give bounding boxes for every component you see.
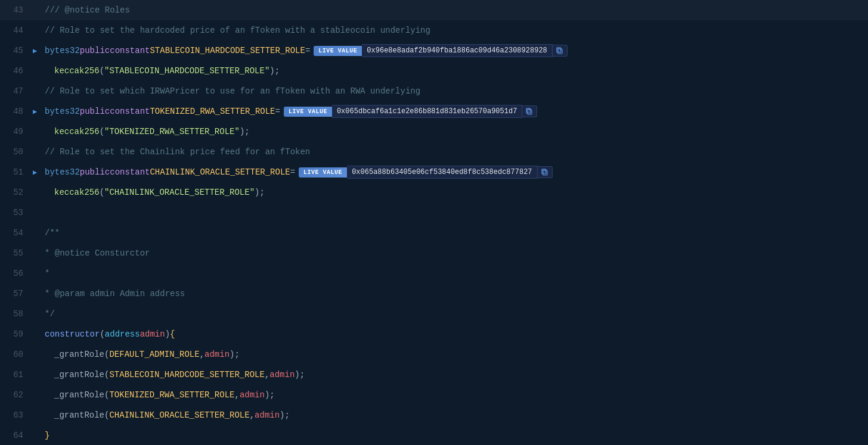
token-comment: */ <box>45 309 55 319</box>
line-content: keccak256("TOKENIZED_RWA_SETTER_ROLE"); <box>42 127 868 136</box>
code-line: 51▶bytes32 public constant CHAINLINK_ORA… <box>0 162 868 182</box>
code-line: 49keccak256("TOKENIZED_RWA_SETTER_ROLE")… <box>0 122 868 142</box>
live-value-badge: LIVE VALUE <box>284 107 332 117</box>
line-number: 56 <box>0 269 33 278</box>
token-punct: ( <box>100 127 104 136</box>
token-punct: ); <box>255 188 265 197</box>
line-number: 52 <box>0 188 33 197</box>
token-param: admin <box>240 390 265 400</box>
line-content: * <box>42 269 868 278</box>
token-comment: * <box>45 269 49 278</box>
token-role: DEFAULT_ADMIN_ROLE <box>109 350 199 359</box>
line-number: 45 <box>0 46 33 55</box>
line-number: 62 <box>0 390 33 400</box>
code-line: 59constructor(address admin) { <box>0 324 868 344</box>
code-line: 54/** <box>0 223 868 243</box>
token-plain: = <box>275 107 280 116</box>
live-value-container: LIVE VALUE0x065dbcaf6a1c1e2e86b881d831eb… <box>284 105 537 118</box>
line-content: */ <box>42 309 868 319</box>
token-grant: _grantRole <box>54 390 104 400</box>
token-constructor: constructor <box>45 329 100 339</box>
line-number: 60 <box>0 350 33 359</box>
line-number: 46 <box>0 66 33 76</box>
code-line: 58 */ <box>0 304 868 324</box>
token-plain: = <box>290 167 295 177</box>
token-role: STABLECOIN_HARDCODE_SETTER_ROLE <box>150 46 305 55</box>
line-content: keccak256("CHAINLINK_ORACLE_SETTER_ROLE"… <box>42 188 868 197</box>
token-punct: ( <box>100 329 104 339</box>
line-content: /** <box>42 228 868 238</box>
line-content: _grantRole(DEFAULT_ADMIN_ROLE, admin); <box>42 350 868 359</box>
code-line: 62_grantRole(TOKENIZED_RWA_SETTER_ROLE, … <box>0 385 868 405</box>
line-number: 43 <box>0 5 33 15</box>
token-punct: ( <box>100 188 104 197</box>
code-line: 57 * @param admin Admin address <box>0 284 868 304</box>
token-modifier: constant <box>110 167 150 177</box>
token-string: "CHAINLINK_ORACLE_SETTER_ROLE" <box>104 188 255 197</box>
code-line: 56 * <box>0 263 868 284</box>
token-punct: , <box>250 410 255 420</box>
token-comment: /** <box>45 228 60 238</box>
line-content: /// @notice Roles <box>42 5 868 15</box>
live-value-container: LIVE VALUE0x065a88b63405e06cf53840ed8f8c… <box>299 166 552 179</box>
token-keccak: keccak256 <box>54 127 100 136</box>
token-punct: ); <box>265 390 275 400</box>
token-punct: ( <box>104 370 109 379</box>
token-modifier: constant <box>110 46 150 55</box>
token-punct: , <box>200 350 204 359</box>
token-address: address <box>105 329 140 339</box>
token-punct: , <box>265 370 269 379</box>
live-value-container: LIVE VALUE0x96e8e8adaf2b940fba1886ac09d4… <box>314 44 567 57</box>
line-content: bytes32 public constant CHAINLINK_ORACLE… <box>42 166 868 179</box>
token-brace: { <box>170 329 175 339</box>
line-number: 64 <box>0 431 33 440</box>
token-type: bytes32 <box>45 167 80 177</box>
token-comment: /// @notice Roles <box>45 5 130 15</box>
live-value-text: 0x065dbcaf6a1c1e2e86b881d831eb26570a9051… <box>332 105 522 118</box>
token-keccak: keccak256 <box>54 66 100 76</box>
token-keccak: keccak256 <box>54 188 100 197</box>
token-comment: * @param admin Admin address <box>45 289 185 298</box>
live-value-text: 0x96e8e8adaf2b940fba1886ac09d46a23089289… <box>362 44 552 57</box>
line-number: 48 <box>0 107 33 116</box>
line-number: 47 <box>0 86 33 96</box>
token-punct: ( <box>100 66 104 76</box>
token-role: TOKENIZED_RWA_SETTER_ROLE <box>150 107 275 116</box>
token-param: admin <box>269 370 294 379</box>
copy-button[interactable] <box>553 45 568 57</box>
token-comment: // Role to set the hardcoded price of an… <box>45 26 430 35</box>
token-type: bytes32 <box>45 46 80 55</box>
line-number: 63 <box>0 410 33 420</box>
token-grant: _grantRole <box>54 410 104 420</box>
line-number: 54 <box>0 228 33 238</box>
token-punct: ); <box>294 370 305 379</box>
line-number: 50 <box>0 147 33 157</box>
token-brace: } <box>45 431 49 440</box>
line-content: constructor(address admin) { <box>42 329 868 339</box>
token-visibility: public <box>80 107 110 116</box>
line-arrow: ▶ <box>33 168 42 177</box>
token-type: bytes32 <box>45 107 80 116</box>
token-punct: ); <box>269 66 280 76</box>
token-visibility: public <box>80 46 110 55</box>
code-line: 43/// @notice Roles <box>0 0 868 20</box>
line-number: 53 <box>0 208 33 217</box>
line-number: 51 <box>0 167 33 177</box>
line-content: // Role to set the hardcoded price of an… <box>42 26 868 35</box>
copy-button[interactable] <box>538 166 553 178</box>
token-comment: // Role to set which IRWAPricer to use f… <box>45 86 420 96</box>
line-arrow: ▶ <box>33 107 42 116</box>
live-value-badge: LIVE VALUE <box>299 167 347 178</box>
token-param: admin <box>140 329 165 339</box>
line-content: bytes32 public constant STABLECOIN_HARDC… <box>42 44 868 57</box>
token-param: admin <box>204 350 230 359</box>
line-content: _grantRole(STABLECOIN_HARDCODE_SETTER_RO… <box>42 370 868 379</box>
token-plain: = <box>305 46 310 55</box>
token-comment: * @notice Consturctor <box>45 248 150 258</box>
copy-button[interactable] <box>522 105 537 117</box>
code-line: 60_grantRole(DEFAULT_ADMIN_ROLE, admin); <box>0 344 868 365</box>
code-line: 50// Role to set the Chainlink price fee… <box>0 142 868 162</box>
token-punct: , <box>234 390 239 400</box>
line-number: 59 <box>0 329 33 339</box>
token-visibility: public <box>80 167 110 177</box>
